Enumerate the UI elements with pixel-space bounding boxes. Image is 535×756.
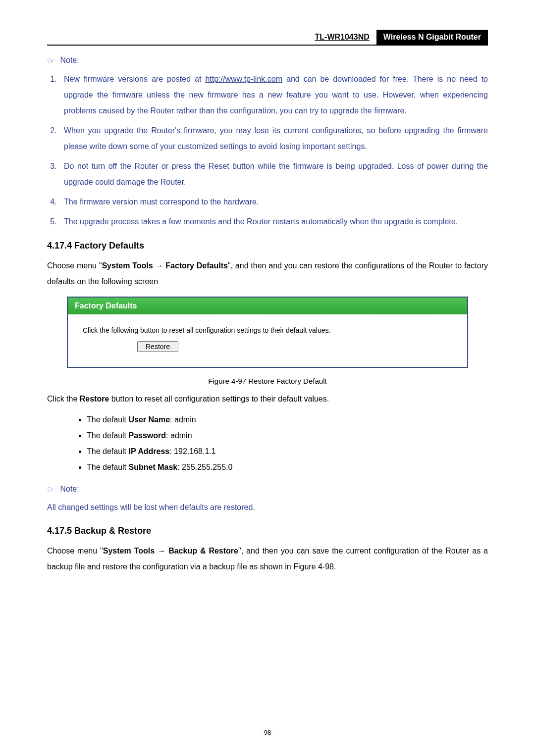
text: : admin: [166, 431, 192, 440]
menu-path-system-tools: System Tools: [103, 547, 155, 555]
arrow-icon: →: [155, 547, 168, 555]
text: : 192.168.1.1: [169, 447, 215, 455]
text: The default: [87, 431, 129, 440]
arrow-icon: →: [153, 261, 166, 270]
text: button to reset all configuration settin…: [109, 395, 329, 403]
label-subnet: Subnet Mask: [129, 463, 178, 471]
note-label: Note:: [60, 56, 79, 64]
page-number: -98-: [0, 729, 535, 736]
list-item: The default Subnet Mask: 255.255.255.0: [87, 459, 488, 475]
list-item: The default User Name: admin: [87, 412, 488, 428]
note-item-3: Do not turn off the Router or press the …: [59, 158, 488, 190]
text: Choose menu ": [47, 261, 102, 270]
note-block-1: ☞ Note:: [47, 55, 488, 66]
section-heading-backup-restore: 4.17.5 Backup & Restore: [47, 526, 488, 536]
firmware-link[interactable]: http://www.tp-link.com: [205, 75, 282, 83]
text: Choose menu ": [47, 547, 103, 555]
restore-button[interactable]: Restore: [137, 341, 178, 352]
text: Click the: [47, 395, 80, 403]
menu-path-factory-defaults: Factory Defaults: [165, 261, 228, 270]
note-block-2: ☞ Note:: [47, 484, 488, 495]
note-item-2: When you upgrade the Router's firmware, …: [59, 123, 488, 154]
post-figure-text: Click the Restore button to reset all co…: [47, 391, 488, 407]
panel-header: Factory Defaults: [68, 298, 467, 314]
note-ordered-list: New firmware versions are posted at http…: [47, 71, 488, 230]
section-heading-factory-defaults: 4.17.4 Factory Defaults: [47, 241, 488, 251]
list-item: The default Password: admin: [87, 428, 488, 444]
panel-body: Click the following button to reset all …: [68, 314, 467, 367]
restore-bold: Restore: [80, 395, 109, 403]
menu-path-system-tools: System Tools: [102, 261, 153, 270]
label-ip: IP Address: [129, 447, 170, 455]
label-password: Password: [129, 431, 166, 440]
pointing-hand-icon: ☞: [47, 485, 55, 495]
list-item: The default IP Address: 192.168.1.1: [87, 444, 488, 459]
note-item-4: The firmware version must correspond to …: [59, 194, 488, 210]
panel-description: Click the following button to reset all …: [83, 326, 457, 334]
text: : admin: [170, 415, 196, 424]
label-username: User Name: [129, 415, 170, 424]
header-subtitle: Wireless N Gigabit Router: [376, 30, 488, 45]
header-spacer: [47, 30, 308, 45]
note-item-5: The upgrade process takes a few moments …: [59, 214, 488, 230]
text: The default: [87, 463, 129, 471]
note-label: Note:: [60, 485, 79, 493]
defaults-list: The default User Name: admin The default…: [77, 412, 488, 475]
figure-factory-defaults-panel: Factory Defaults Click the following but…: [67, 297, 468, 368]
text: New firmware versions are posted at: [64, 75, 205, 83]
figure-caption: Figure 4-97 Restore Factory Default: [47, 377, 488, 385]
menu-path-backup-restore: Backup & Restore: [168, 547, 238, 555]
header-model: TL-WR1043ND: [308, 30, 376, 45]
pointing-hand-icon: ☞: [47, 56, 55, 66]
document-header: TL-WR1043ND Wireless N Gigabit Router: [47, 30, 488, 46]
text: The default: [87, 447, 129, 455]
section1-intro: Choose menu "System Tools → Factory Defa…: [47, 258, 488, 290]
text: : 255.255.255.0: [177, 463, 232, 471]
note2-text: All changed settings will be lost when d…: [47, 500, 488, 515]
text: The default: [87, 415, 129, 424]
note-item-1: New firmware versions are posted at http…: [59, 71, 488, 119]
section2-intro: Choose menu "System Tools → Backup & Res…: [47, 543, 488, 575]
